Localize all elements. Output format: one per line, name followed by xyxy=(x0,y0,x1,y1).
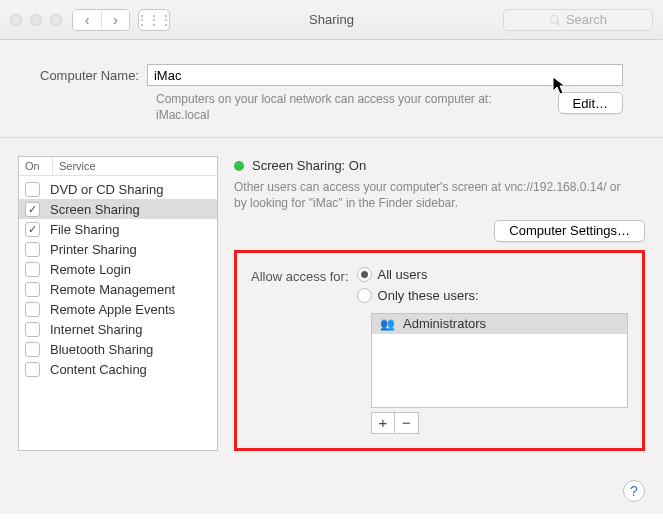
service-checkbox[interactable] xyxy=(25,262,40,277)
service-label: Internet Sharing xyxy=(50,322,143,337)
search-field[interactable]: Search xyxy=(503,9,653,31)
allowed-users-list[interactable]: 👥 Administrators xyxy=(371,313,628,408)
forward-button[interactable]: › xyxy=(101,10,129,30)
service-row[interactable]: DVD or CD Sharing xyxy=(19,179,217,199)
list-item[interactable]: 👥 Administrators xyxy=(372,314,627,334)
service-checkbox[interactable] xyxy=(25,202,40,217)
service-label: Printer Sharing xyxy=(50,242,137,257)
access-label: Allow access for: xyxy=(251,267,349,284)
nav-back-forward: ‹ › xyxy=(72,9,130,31)
computer-name-label: Computer Name: xyxy=(40,68,139,83)
service-row[interactable]: Remote Management xyxy=(19,279,217,299)
service-row[interactable]: Remote Login xyxy=(19,259,217,279)
window-controls xyxy=(10,14,62,26)
service-checkbox[interactable] xyxy=(25,302,40,317)
service-row[interactable]: Printer Sharing xyxy=(19,239,217,259)
service-label: DVD or CD Sharing xyxy=(50,182,163,197)
computer-name-hint-line1: Computers on your local network can acce… xyxy=(156,92,558,108)
computer-name-panel: Computer Name: Computers on your local n… xyxy=(0,40,663,138)
main-area: On Service DVD or CD SharingScreen Shari… xyxy=(0,138,663,468)
bottom-bar: ? xyxy=(0,469,663,514)
service-label: Remote Login xyxy=(50,262,131,277)
service-checkbox[interactable] xyxy=(25,222,40,237)
remove-user-button[interactable]: − xyxy=(395,412,419,434)
services-list: On Service DVD or CD SharingScreen Shari… xyxy=(18,156,218,450)
chevron-right-icon: › xyxy=(113,12,118,28)
close-window-icon[interactable] xyxy=(10,14,22,26)
service-checkbox[interactable] xyxy=(25,242,40,257)
service-row[interactable]: Internet Sharing xyxy=(19,319,217,339)
grid-icon: ⋮⋮⋮ xyxy=(136,13,172,27)
service-detail: Screen Sharing: On Other users can acces… xyxy=(234,156,645,450)
service-row[interactable]: File Sharing xyxy=(19,219,217,239)
access-section: Allow access for: All users Only these u… xyxy=(234,250,645,451)
service-checkbox[interactable] xyxy=(25,342,40,357)
search-icon xyxy=(549,14,561,26)
services-col-service[interactable]: Service xyxy=(53,157,217,175)
edit-button[interactable]: Edit… xyxy=(558,92,623,114)
service-label: File Sharing xyxy=(50,222,119,237)
svg-line-1 xyxy=(557,22,560,25)
service-row[interactable]: Content Caching xyxy=(19,359,217,379)
help-button[interactable]: ? xyxy=(623,480,645,502)
back-button[interactable]: ‹ xyxy=(73,10,101,30)
service-checkbox[interactable] xyxy=(25,182,40,197)
add-user-button[interactable]: + xyxy=(371,412,395,434)
service-label: Bluetooth Sharing xyxy=(50,342,153,357)
show-all-button[interactable]: ⋮⋮⋮ xyxy=(138,9,170,31)
computer-name-input[interactable] xyxy=(147,64,623,86)
service-label: Remote Apple Events xyxy=(50,302,175,317)
access-radio-only-label: Only these users: xyxy=(378,288,479,303)
service-label: Remote Management xyxy=(50,282,175,297)
status-description: Other users can access your computer's s… xyxy=(234,179,634,211)
help-icon: ? xyxy=(630,483,638,499)
status-title: Screen Sharing: On xyxy=(252,158,366,173)
radio-icon xyxy=(357,267,372,282)
service-row[interactable]: Bluetooth Sharing xyxy=(19,339,217,359)
computer-settings-button[interactable]: Computer Settings… xyxy=(494,220,645,242)
service-row[interactable]: Screen Sharing xyxy=(19,199,217,219)
titlebar: ‹ › ⋮⋮⋮ Sharing Search xyxy=(0,0,663,40)
zoom-window-icon[interactable] xyxy=(50,14,62,26)
radio-icon xyxy=(357,288,372,303)
service-checkbox[interactable] xyxy=(25,322,40,337)
chevron-left-icon: ‹ xyxy=(85,12,90,28)
status-indicator-icon xyxy=(234,161,244,171)
svg-point-0 xyxy=(550,15,558,23)
service-label: Screen Sharing xyxy=(50,202,140,217)
service-checkbox[interactable] xyxy=(25,282,40,297)
access-radio-only-users[interactable]: Only these users: xyxy=(357,288,479,303)
service-row[interactable]: Remote Apple Events xyxy=(19,299,217,319)
access-radio-all-users[interactable]: All users xyxy=(357,267,479,282)
services-col-on[interactable]: On xyxy=(19,157,53,175)
search-placeholder: Search xyxy=(566,12,607,27)
services-header: On Service xyxy=(19,157,217,176)
computer-name-hint-line2: iMac.local xyxy=(156,108,558,124)
service-checkbox[interactable] xyxy=(25,362,40,377)
service-label: Content Caching xyxy=(50,362,147,377)
users-icon: 👥 xyxy=(380,317,395,331)
user-label: Administrators xyxy=(403,316,486,331)
access-radio-all-label: All users xyxy=(378,267,428,282)
minimize-window-icon[interactable] xyxy=(30,14,42,26)
